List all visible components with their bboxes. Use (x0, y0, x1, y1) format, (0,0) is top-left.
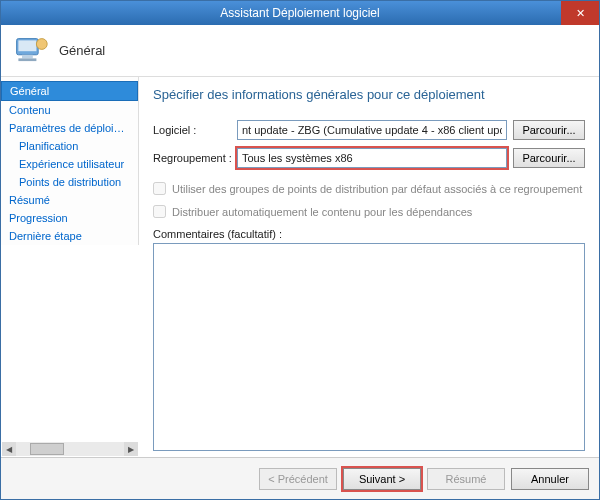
sidebar-scrollbar[interactable]: ◀ ▶ (2, 442, 138, 456)
sidebar-item-progress[interactable]: Progression (1, 209, 138, 227)
comments-label: Commentaires (facultatif) : (153, 228, 585, 240)
scroll-right-icon[interactable]: ▶ (124, 442, 138, 456)
sidebar-item-distribution-points[interactable]: Points de distribution (1, 173, 138, 191)
close-button[interactable]: ✕ (561, 1, 599, 25)
summary-button: Résumé (427, 468, 505, 490)
sidebar-item-last-step[interactable]: Dernière étape (1, 227, 138, 245)
svg-rect-3 (18, 58, 36, 61)
sidebar-item-planning[interactable]: Planification (1, 137, 138, 155)
page-heading: Spécifier des informations générales pou… (153, 87, 585, 102)
wizard-window: Assistant Déploiement logiciel ✕ Général… (0, 0, 600, 500)
sidebar: Général Contenu Paramètres de déploiemen… (1, 77, 139, 457)
sidebar-item-user-experience[interactable]: Expérience utilisateur (1, 155, 138, 173)
header-title: Général (59, 43, 105, 58)
checkbox-auto-distribute-row: Distribuer automatiquement le contenu po… (153, 205, 585, 218)
titlebar: Assistant Déploiement logiciel ✕ (1, 1, 599, 25)
scroll-track[interactable] (16, 442, 124, 456)
sidebar-item-content[interactable]: Contenu (1, 101, 138, 119)
body: Général Contenu Paramètres de déploiemen… (1, 77, 599, 457)
collection-row: Regroupement : Parcourir... (153, 148, 585, 168)
footer: < Précédent Suivant > Résumé Annuler (1, 457, 599, 499)
main-panel: Spécifier des informations générales pou… (139, 77, 599, 457)
collection-label: Regroupement : (153, 152, 237, 164)
svg-rect-1 (18, 40, 36, 51)
scroll-thumb[interactable] (30, 443, 64, 455)
svg-rect-2 (22, 54, 33, 58)
software-row: Logiciel : Parcourir... (153, 120, 585, 140)
next-button[interactable]: Suivant > (343, 468, 421, 490)
svg-point-4 (36, 38, 47, 49)
cancel-button[interactable]: Annuler (511, 468, 589, 490)
sidebar-item-summary[interactable]: Résumé (1, 191, 138, 209)
checkbox-default-groups-row: Utiliser des groupes de points de distri… (153, 182, 585, 195)
header: Général (1, 25, 599, 77)
software-input[interactable] (237, 120, 507, 140)
previous-button: < Précédent (259, 468, 337, 490)
checkbox-default-groups (153, 182, 166, 195)
scroll-left-icon[interactable]: ◀ (2, 442, 16, 456)
checkbox-auto-distribute-label: Distribuer automatiquement le contenu po… (172, 206, 472, 218)
software-browse-button[interactable]: Parcourir... (513, 120, 585, 140)
window-title: Assistant Déploiement logiciel (220, 6, 379, 20)
computer-icon (13, 35, 49, 67)
sidebar-item-general[interactable]: Général (1, 81, 138, 101)
collection-browse-button[interactable]: Parcourir... (513, 148, 585, 168)
software-label: Logiciel : (153, 124, 237, 136)
checkbox-auto-distribute (153, 205, 166, 218)
collection-input[interactable] (237, 148, 507, 168)
checkbox-default-groups-label: Utiliser des groupes de points de distri… (172, 183, 582, 195)
close-icon: ✕ (576, 7, 585, 20)
comments-textarea[interactable] (153, 243, 585, 451)
sidebar-item-deployment-params[interactable]: Paramètres de déploiement (1, 119, 138, 137)
